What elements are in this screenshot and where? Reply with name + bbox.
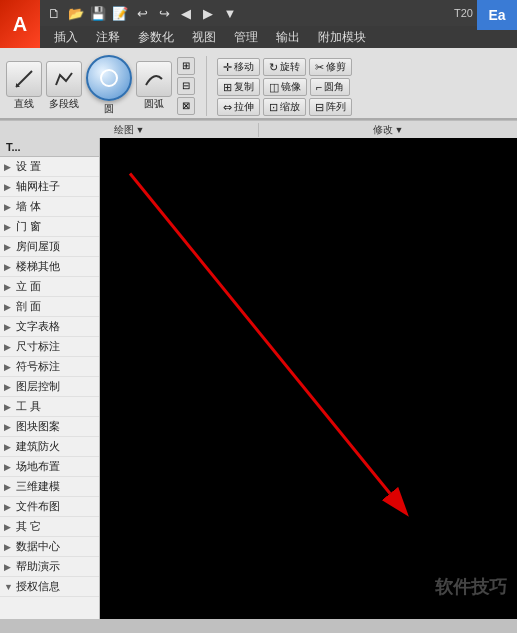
draw-extra-btn1[interactable]: ⊞ xyxy=(177,57,195,75)
array-button[interactable]: ⊟ 阵列 xyxy=(309,98,352,116)
tree-arrow: ▶ xyxy=(4,462,14,472)
tree-item[interactable]: ▶文件布图 xyxy=(0,497,99,517)
saveas-icon[interactable]: 📝 xyxy=(110,3,130,23)
svg-line-4 xyxy=(130,174,390,494)
tree-item-label: 图层控制 xyxy=(16,379,95,394)
modify-group: ✛ 移动 ↻ 旋转 ✂ 修剪 ⊞ 复制 ◫ 镜像 xyxy=(217,58,511,116)
tree-item[interactable]: ▶其 它 xyxy=(0,517,99,537)
tree-item[interactable]: ▶建筑防火 xyxy=(0,437,99,457)
tree-item-label: 帮助演示 xyxy=(16,559,95,574)
workspace: T... ▶设 置▶轴网柱子▶墙 体▶门 窗▶房间屋顶▶楼梯其他▶立 面▶剖 面… xyxy=(0,138,517,619)
tree-item-label: 授权信息 xyxy=(16,579,95,594)
copy-button[interactable]: ⊞ 复制 xyxy=(217,78,260,96)
divider1 xyxy=(206,56,207,116)
back-icon[interactable]: ◀ xyxy=(176,3,196,23)
modify-group-label[interactable]: 修改 ▼ xyxy=(259,123,517,137)
stretch-button[interactable]: ⇔ 拉伸 xyxy=(217,98,260,116)
menu-parametric[interactable]: 参数化 xyxy=(130,27,182,48)
tree-item[interactable]: ▶数据中心 xyxy=(0,537,99,557)
tree-header: T... xyxy=(0,138,99,157)
fillet-icon: ⌐ xyxy=(316,81,322,93)
trim-icon: ✂ xyxy=(315,61,324,74)
tree-arrow: ▶ xyxy=(4,482,14,492)
tree-arrow: ▶ xyxy=(4,502,14,512)
tree-arrow: ▶ xyxy=(4,162,14,172)
mirror-button[interactable]: ◫ 镜像 xyxy=(263,78,307,96)
scale-icon: ⊡ xyxy=(269,101,278,114)
tree-item[interactable]: ▶尺寸标注 xyxy=(0,337,99,357)
tree-item[interactable]: ▶帮助演示 xyxy=(0,557,99,577)
arc-tool-button[interactable] xyxy=(136,61,172,97)
left-panel: T... ▶设 置▶轴网柱子▶墙 体▶门 窗▶房间屋顶▶楼梯其他▶立 面▶剖 面… xyxy=(0,138,100,619)
polyline-tool-button[interactable] xyxy=(46,61,82,97)
line-label: 直线 xyxy=(14,97,34,111)
draw-extra-btn2[interactable]: ⊟ xyxy=(177,77,195,95)
open-file-icon[interactable]: 📂 xyxy=(66,3,86,23)
tree-item[interactable]: ▶门 窗 xyxy=(0,217,99,237)
tree-item[interactable]: ▶剖 面 xyxy=(0,297,99,317)
forward-icon[interactable]: ▶ xyxy=(198,3,218,23)
tree-item[interactable]: ▶楼梯其他 xyxy=(0,257,99,277)
tree-item[interactable]: ▶三维建模 xyxy=(0,477,99,497)
tree-arrow: ▶ xyxy=(4,302,14,312)
fillet-button[interactable]: ⌐ 圆角 xyxy=(310,78,350,96)
new-file-icon[interactable]: 🗋 xyxy=(44,3,64,23)
trim-button[interactable]: ✂ 修剪 xyxy=(309,58,352,76)
tree-item[interactable]: ▶图层控制 xyxy=(0,377,99,397)
polyline-label: 多段线 xyxy=(49,97,79,111)
tree-item-label: 文字表格 xyxy=(16,319,95,334)
svg-point-2 xyxy=(101,70,117,86)
tree-item[interactable]: ▶立 面 xyxy=(0,277,99,297)
scale-button[interactable]: ⊡ 缩放 xyxy=(263,98,306,116)
draw-group-chevron: ▼ xyxy=(136,125,145,135)
redo-icon[interactable]: ↪ xyxy=(154,3,174,23)
move-button[interactable]: ✛ 移动 xyxy=(217,58,260,76)
dropdown-icon[interactable]: ▼ xyxy=(220,3,240,23)
tree-item-label: 楼梯其他 xyxy=(16,259,95,274)
circle-tool-button[interactable] xyxy=(86,55,132,101)
canvas-area[interactable]: 软件技巧 xyxy=(100,138,517,619)
draw-group-label[interactable]: 绘图 ▼ xyxy=(0,123,259,137)
tree-item[interactable]: ▶墙 体 xyxy=(0,197,99,217)
tree-item[interactable]: ▶工 具 xyxy=(0,397,99,417)
tree-arrow: ▶ xyxy=(4,222,14,232)
tree-item[interactable]: ▶设 置 xyxy=(0,157,99,177)
mirror-icon: ◫ xyxy=(269,81,279,94)
autocad-logo[interactable]: A xyxy=(0,0,40,48)
copy-icon: ⊞ xyxy=(223,81,232,94)
tree-item[interactable]: ▶轴网柱子 xyxy=(0,177,99,197)
tree-arrow: ▶ xyxy=(4,182,14,192)
draw-extra-btn3[interactable]: ⊠ xyxy=(177,97,195,115)
tree-item-label: 建筑防火 xyxy=(16,439,95,454)
tree-arrow: ▶ xyxy=(4,202,14,212)
modify-row-3: ⇔ 拉伸 ⊡ 缩放 ⊟ 阵列 xyxy=(217,98,511,116)
menu-insert[interactable]: 插入 xyxy=(46,27,86,48)
menu-annotation[interactable]: 注释 xyxy=(88,27,128,48)
line-tool-button[interactable] xyxy=(6,61,42,97)
tree-item[interactable]: ▼授权信息 xyxy=(0,577,99,597)
menu-addins[interactable]: 附加模块 xyxy=(310,27,374,48)
tree-item[interactable]: ▶场地布置 xyxy=(0,457,99,477)
tree-item[interactable]: ▶图块图案 xyxy=(0,417,99,437)
ea-badge[interactable]: Ea xyxy=(477,0,517,30)
tree-arrow: ▶ xyxy=(4,422,14,432)
tree-item[interactable]: ▶符号标注 xyxy=(0,357,99,377)
title-text: T20 xyxy=(454,7,473,19)
watermark-text: 软件技巧 xyxy=(435,575,507,599)
tree-item[interactable]: ▶房间屋顶 xyxy=(0,237,99,257)
tree-item-label: 其 它 xyxy=(16,519,95,534)
tree-arrow: ▶ xyxy=(4,542,14,552)
save-icon[interactable]: 💾 xyxy=(88,3,108,23)
rotate-button[interactable]: ↻ 旋转 xyxy=(263,58,306,76)
menu-output[interactable]: 输出 xyxy=(268,27,308,48)
menu-view[interactable]: 视图 xyxy=(184,27,224,48)
menu-bar: 默认 插入 注释 参数化 视图 管理 输出 附加模块 xyxy=(0,26,517,48)
tree-arrow: ▶ xyxy=(4,402,14,412)
menu-manage[interactable]: 管理 xyxy=(226,27,266,48)
undo-icon[interactable]: ↩ xyxy=(132,3,152,23)
tree-item-label: 文件布图 xyxy=(16,499,95,514)
tree-arrow: ▶ xyxy=(4,562,14,572)
tree-item-label: 尺寸标注 xyxy=(16,339,95,354)
tree-item[interactable]: ▶文字表格 xyxy=(0,317,99,337)
move-icon: ✛ xyxy=(223,61,232,74)
